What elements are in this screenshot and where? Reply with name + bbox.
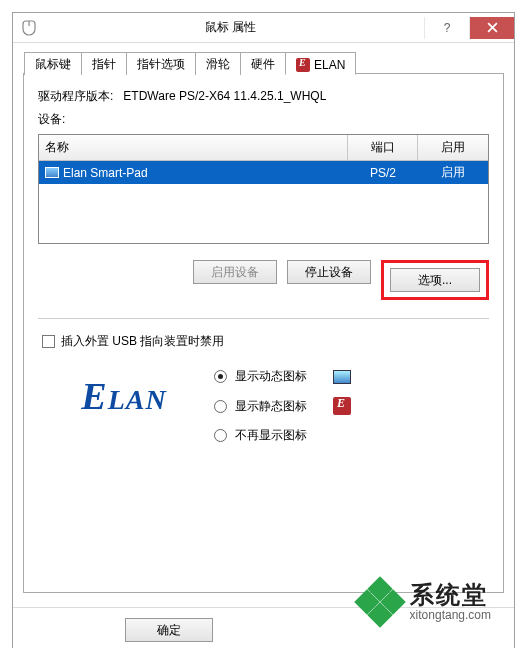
col-name[interactable]: 名称 xyxy=(39,135,348,160)
tab-group: 鼠标键 指针 指针选项 滑轮 硬件 ELAN 驱动程序版本: ETDWare P… xyxy=(23,73,504,593)
stop-device-button[interactable]: 停止设备 xyxy=(287,260,371,284)
tab-pointer-options[interactable]: 指针选项 xyxy=(126,52,196,75)
options-button[interactable]: 选项... xyxy=(390,268,480,292)
watermark-logo-icon xyxy=(358,580,402,624)
elan-logo-icon xyxy=(296,58,310,72)
radio-static-label: 显示静态图标 xyxy=(235,398,307,415)
touchpad-icon xyxy=(45,167,59,178)
driver-version-value: ETDWare PS/2-X64 11.4.25.1_WHQL xyxy=(123,89,326,103)
ok-button[interactable]: 确定 xyxy=(125,618,213,642)
elan-tray-icon xyxy=(333,397,351,415)
device-name: Elan Smart-Pad xyxy=(63,166,148,180)
device-row[interactable]: Elan Smart-Pad PS/2 启用 xyxy=(39,161,488,184)
device-list-header: 名称 端口 启用 xyxy=(39,135,488,161)
device-list[interactable]: 名称 端口 启用 Elan Smart-Pad PS/2 启用 xyxy=(38,134,489,244)
radio-dynamic[interactable] xyxy=(214,370,227,383)
options-highlight: 选项... xyxy=(381,260,489,300)
tab-elan-label: ELAN xyxy=(314,58,345,72)
usb-disable-label: 插入外置 USB 指向装置时禁用 xyxy=(61,333,224,350)
mouse-properties-window: 鼠标 属性 ? 鼠标键 指针 指针选项 滑轮 硬件 ELAN xyxy=(12,12,515,648)
tab-pointers[interactable]: 指针 xyxy=(81,52,127,75)
radio-dynamic-label: 显示动态图标 xyxy=(235,368,307,385)
tab-buttons[interactable]: 鼠标键 xyxy=(24,52,82,75)
driver-version-label: 驱动程序版本: xyxy=(38,89,113,103)
titlebar[interactable]: 鼠标 属性 ? xyxy=(13,13,514,43)
radio-none[interactable] xyxy=(214,429,227,442)
radio-static-row[interactable]: 显示静态图标 xyxy=(214,397,351,415)
radio-none-row[interactable]: 不再显示图标 xyxy=(214,427,351,444)
watermark: 系统堂 xitongtang.com xyxy=(358,580,491,624)
tab-hardware[interactable]: 硬件 xyxy=(240,52,286,75)
watermark-cn: 系统堂 xyxy=(410,582,491,608)
device-port: PS/2 xyxy=(348,163,418,183)
col-enable[interactable]: 启用 xyxy=(418,135,488,160)
window-title: 鼠标 属性 xyxy=(37,19,424,36)
enable-device-button[interactable]: 启用设备 xyxy=(193,260,277,284)
close-button[interactable] xyxy=(469,17,514,39)
separator xyxy=(38,318,489,319)
radio-none-label: 不再显示图标 xyxy=(235,427,307,444)
radio-static[interactable] xyxy=(214,400,227,413)
device-enable: 启用 xyxy=(418,161,488,184)
usb-disable-checkbox[interactable] xyxy=(42,335,55,348)
col-port[interactable]: 端口 xyxy=(348,135,418,160)
device-label: 设备: xyxy=(38,111,489,128)
mouse-app-icon xyxy=(21,20,37,36)
usb-disable-row[interactable]: 插入外置 USB 指向装置时禁用 xyxy=(42,333,489,350)
tab-wheel[interactable]: 滑轮 xyxy=(195,52,241,75)
tab-elan[interactable]: ELAN xyxy=(285,52,356,75)
watermark-en: xitongtang.com xyxy=(410,609,491,622)
elan-brand-logo: ELAN xyxy=(64,368,184,424)
radio-dynamic-row[interactable]: 显示动态图标 xyxy=(214,368,351,385)
monitor-icon xyxy=(333,370,351,384)
help-button[interactable]: ? xyxy=(424,17,469,39)
driver-version-line: 驱动程序版本: ETDWare PS/2-X64 11.4.25.1_WHQL xyxy=(38,88,489,105)
